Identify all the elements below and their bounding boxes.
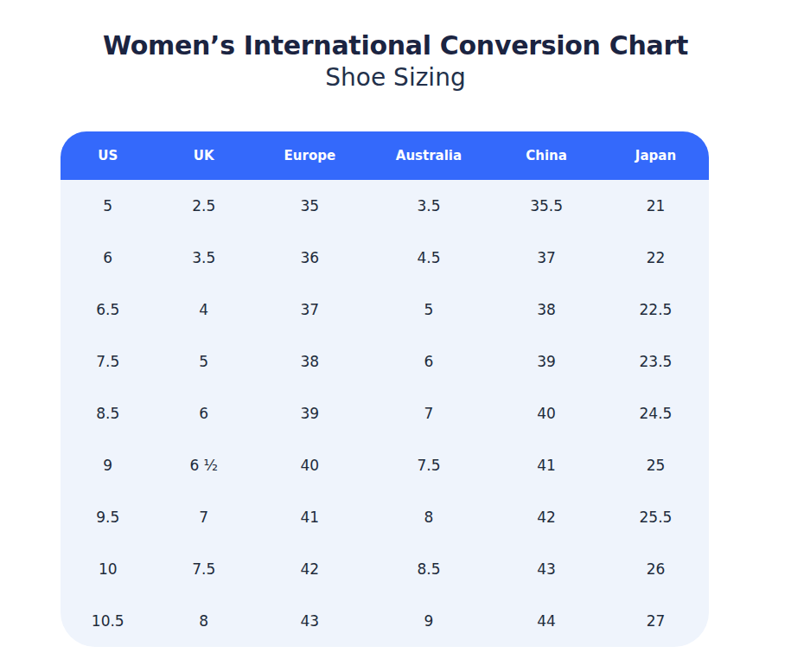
table-cell: 9 — [367, 595, 490, 647]
table-cell: 7.5 — [61, 336, 155, 387]
table-cell: 37 — [252, 284, 367, 336]
conversion-table: USUKEuropeAustraliaChinaJapan 52.5353.53… — [61, 131, 709, 647]
table-cell: 23.5 — [603, 336, 709, 387]
table-row: 107.5428.54326 — [61, 543, 709, 595]
table-cell: 2.5 — [155, 180, 252, 232]
table-cell: 5 — [155, 336, 252, 387]
table-cell: 3.5 — [367, 180, 490, 232]
table-cell: 5 — [367, 284, 490, 336]
table-cell: 25 — [603, 439, 709, 491]
table-cell: 41 — [252, 491, 367, 543]
table-cell: 35.5 — [490, 180, 603, 232]
table-row: 6.543753822.5 — [61, 284, 709, 336]
table-cell: 43 — [490, 543, 603, 595]
table-cell: 38 — [490, 284, 603, 336]
table-cell: 8.5 — [367, 543, 490, 595]
table-cell: 7 — [367, 387, 490, 439]
table-cell: 39 — [252, 387, 367, 439]
table-row: 8.563974024.5 — [61, 387, 709, 439]
table-cell: 27 — [603, 595, 709, 647]
table-cell: 9.5 — [61, 491, 155, 543]
table-cell: 39 — [490, 336, 603, 387]
table-cell: 44 — [490, 595, 603, 647]
table-cell: 7 — [155, 491, 252, 543]
table-cell: 10.5 — [61, 595, 155, 647]
table-cell: 43 — [252, 595, 367, 647]
table-cell: 22.5 — [603, 284, 709, 336]
page-subtitle: Shoe Sizing — [0, 64, 791, 92]
table-cell: 8 — [367, 491, 490, 543]
table-cell: 42 — [490, 491, 603, 543]
page-title: Women’s International Conversion Chart — [0, 31, 791, 61]
table-cell: 6.5 — [61, 284, 155, 336]
table-cell: 7.5 — [155, 543, 252, 595]
table-cell: 37 — [490, 232, 603, 284]
table-cell: 6 ½ — [155, 439, 252, 491]
table-cell: 40 — [490, 387, 603, 439]
table-cell: 36 — [252, 232, 367, 284]
table-cell: 38 — [252, 336, 367, 387]
column-header-china: China — [490, 131, 603, 180]
column-header-uk: UK — [155, 131, 252, 180]
table-cell: 25.5 — [603, 491, 709, 543]
page-header: Women’s International Conversion Chart S… — [0, 31, 791, 92]
table-row: 63.5364.53722 — [61, 232, 709, 284]
table-cell: 4 — [155, 284, 252, 336]
table-cell: 8.5 — [61, 387, 155, 439]
table-row: 7.553863923.5 — [61, 336, 709, 387]
table-row: 9.574184225.5 — [61, 491, 709, 543]
table-row: 10.584394427 — [61, 595, 709, 647]
table-cell: 42 — [252, 543, 367, 595]
table-cell: 6 — [367, 336, 490, 387]
column-header-japan: Japan — [603, 131, 709, 180]
conversion-table-container: USUKEuropeAustraliaChinaJapan 52.5353.53… — [61, 131, 709, 647]
table-row: 96 ½407.54125 — [61, 439, 709, 491]
column-header-australia: Australia — [367, 131, 490, 180]
table-header-row: USUKEuropeAustraliaChinaJapan — [61, 131, 709, 180]
table-cell: 6 — [155, 387, 252, 439]
table-cell: 8 — [155, 595, 252, 647]
table-cell: 26 — [603, 543, 709, 595]
table-cell: 6 — [61, 232, 155, 284]
column-header-europe: Europe — [252, 131, 367, 180]
table-cell: 40 — [252, 439, 367, 491]
table-cell: 35 — [252, 180, 367, 232]
table-cell: 9 — [61, 439, 155, 491]
table-row: 52.5353.535.521 — [61, 180, 709, 232]
table-cell: 3.5 — [155, 232, 252, 284]
table-cell: 21 — [603, 180, 709, 232]
table-cell: 5 — [61, 180, 155, 232]
table-cell: 10 — [61, 543, 155, 595]
table-cell: 41 — [490, 439, 603, 491]
table-cell: 4.5 — [367, 232, 490, 284]
table-cell: 24.5 — [603, 387, 709, 439]
table-cell: 22 — [603, 232, 709, 284]
table-cell: 7.5 — [367, 439, 490, 491]
column-header-us: US — [61, 131, 155, 180]
